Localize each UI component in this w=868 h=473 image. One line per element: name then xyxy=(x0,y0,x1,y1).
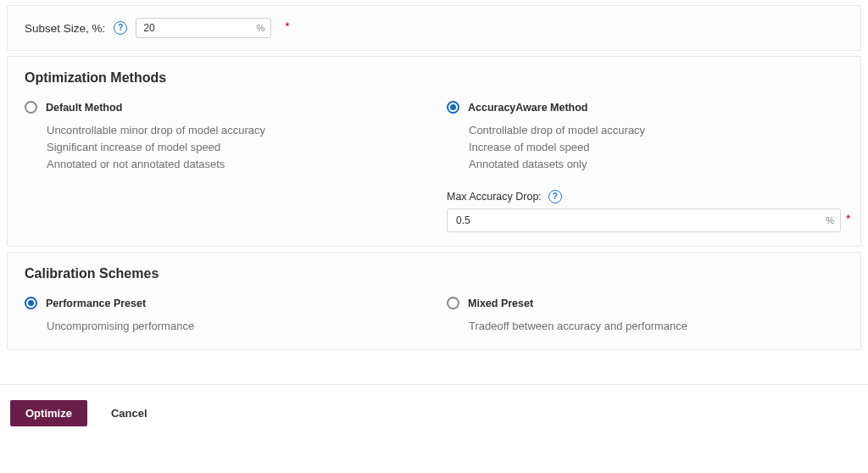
required-indicator: * xyxy=(846,212,850,225)
performance-preset-desc: Uncompromising performance xyxy=(25,318,421,335)
mixed-preset-label: Mixed Preset xyxy=(468,298,533,309)
radio-checked-icon xyxy=(447,101,459,114)
performance-preset-label: Performance Preset xyxy=(46,298,146,309)
performance-preset-radio[interactable]: Performance Preset xyxy=(25,297,421,309)
accuracy-aware-label: AccuracyAware Method xyxy=(468,102,588,114)
required-indicator: * xyxy=(285,19,289,33)
radio-unchecked-icon xyxy=(447,297,459,309)
calibration-schemes-title: Calibration Schemes xyxy=(25,266,843,281)
desc-line: Controllable drop of model accuracy xyxy=(469,122,843,139)
max-accuracy-drop-label: Max Accuracy Drop: xyxy=(447,191,542,203)
default-method-desc: Uncontrollable minor drop of model accur… xyxy=(25,122,421,173)
max-accuracy-drop-input[interactable] xyxy=(447,209,841,232)
subset-size-label: Subset Size, %: xyxy=(25,22,105,35)
radio-checked-icon xyxy=(25,297,37,309)
desc-line: Significant increase of model speed xyxy=(47,139,421,156)
calibration-schemes-panel: Calibration Schemes Performance Preset U… xyxy=(7,252,861,349)
optimize-button[interactable]: Optimize xyxy=(10,400,87,426)
desc-line: Tradeoff between accuracy and performanc… xyxy=(469,318,843,335)
mixed-preset-desc: Tradeoff between accuracy and performanc… xyxy=(447,318,843,335)
help-icon[interactable]: ? xyxy=(114,21,127,35)
accuracy-aware-desc: Controllable drop of model accuracy Incr… xyxy=(447,122,843,173)
optimization-methods-panel: Optimization Methods Default Method Unco… xyxy=(7,56,861,247)
default-method-radio[interactable]: Default Method xyxy=(25,101,421,114)
cancel-button[interactable]: Cancel xyxy=(111,407,147,420)
help-icon[interactable]: ? xyxy=(548,190,562,203)
desc-line: Annotated or not annotated datasets xyxy=(47,156,421,173)
subset-size-panel: Subset Size, %: ? % * xyxy=(7,5,861,51)
subset-size-input[interactable] xyxy=(136,18,271,38)
mixed-preset-radio[interactable]: Mixed Preset xyxy=(447,297,843,309)
radio-unchecked-icon xyxy=(25,101,37,114)
desc-line: Increase of model speed xyxy=(469,139,843,156)
desc-line: Uncompromising performance xyxy=(47,318,421,335)
desc-line: Uncontrollable minor drop of model accur… xyxy=(47,122,421,139)
optimization-methods-title: Optimization Methods xyxy=(25,70,843,86)
desc-line: Annotated datasets only xyxy=(469,156,843,173)
action-footer: Optimize Cancel xyxy=(0,384,868,442)
accuracy-aware-radio[interactable]: AccuracyAware Method xyxy=(447,101,843,114)
default-method-label: Default Method xyxy=(46,102,122,114)
